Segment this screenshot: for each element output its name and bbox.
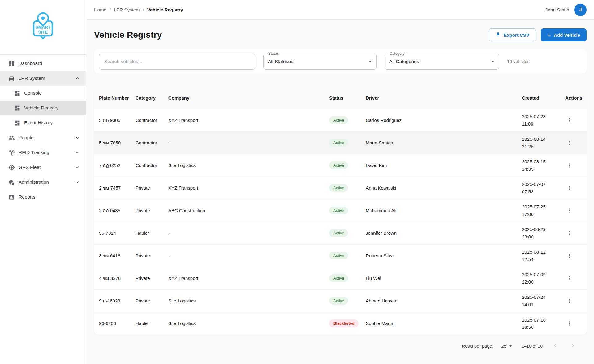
chevron-down-icon [491,61,494,62]
status-cell: Blacklisted [324,312,361,335]
previous-page-button[interactable] [551,341,560,351]
company-cell: XYZ Transport [163,267,324,289]
company-cell: Site Logistics [163,289,324,312]
vehicles-table: Plate Number Category Company Status Dri… [94,87,587,335]
status-cell: Active [324,154,361,177]
driver-cell: Liu Wei [361,267,517,289]
row-actions-button[interactable] [565,319,574,328]
status-badge: Active [329,161,348,169]
actions-cell [560,109,587,131]
sidebar-item-vehicle-registry[interactable]: Vehicle Registry [0,101,86,115]
sidebar-item-rfid-tracking[interactable]: RFID Tracking [0,145,86,160]
plate-cell: 96-6206 [94,312,131,335]
status-cell: Active [324,177,361,199]
chevron-down-icon [509,345,512,347]
export-csv-button[interactable]: Export CSV [489,28,536,41]
company-cell: - [163,244,324,267]
breadcrumb-separator: / [110,7,111,12]
row-actions-button[interactable] [565,229,574,238]
row-actions-button[interactable] [565,139,574,147]
brand-line-2: SITE [38,30,48,35]
sidebar-item-reports[interactable]: Reports [0,190,86,204]
search-input[interactable] [99,54,255,70]
sidebar-item-label: Vehicle Registry [24,105,58,111]
created-cell: 2025-08-14 21:25 [517,131,560,154]
user-name: John Smith [545,7,569,13]
avatar[interactable]: J [574,4,587,16]
row-actions-button[interactable] [565,184,574,192]
filter-bar: Status All Statuses Category All Categor… [94,49,587,74]
status-cell: Active [324,199,361,222]
table-row: 3 ขจ 6418 Private - Active Roberto Silva… [94,244,587,267]
breadcrumb-home[interactable]: Home [94,7,106,12]
chevron-down-icon [74,179,86,185]
chevron-right-icon [569,342,576,350]
status-badge: Active [329,274,348,282]
page-title: Vehicle Registry [94,30,162,40]
rows-per-page-select[interactable]: 25 [501,344,512,349]
sidebar-item-event-history[interactable]: Event History [0,115,86,130]
sidebar-item-console[interactable]: Console [0,86,86,101]
row-actions-button[interactable] [565,297,574,305]
table-row: 96-7324 Hauler - Active Jennifer Brown 2… [94,222,587,244]
antenna-icon [8,149,15,156]
actions-cell [560,267,587,289]
col-header-category: Category [131,87,163,109]
created-cell: 2025-07-18 18:50 [517,312,560,335]
sidebar-item-lpr-system[interactable]: LPR System [0,71,86,86]
plate-cell: 5 กภ 9305 [94,109,131,131]
row-actions-button[interactable] [565,206,574,215]
brand-line-1: SMART [35,25,51,30]
table-row: 2 กภ 0485 Private ABC Construction Activ… [94,199,587,222]
created-cell: 2025-08-12 12:54 [517,244,560,267]
actions-cell [560,244,587,267]
add-vehicle-button[interactable]: + Add Vehicle [541,28,587,41]
pagination: Rows per page: 25 1–10 of 10 [94,335,587,351]
created-cell: 2025-07-07 07:53 [517,177,560,199]
actions-cell [560,222,587,244]
sidebar-item-dashboard[interactable]: Dashboard [0,56,86,71]
row-actions-button[interactable] [565,116,574,125]
sidebar: SMART SITE Dashboard LPR System [0,0,86,364]
breadcrumb-separator: / [143,7,144,12]
sidebar-item-label: RFID Tracking [19,150,49,155]
created-cell: 2025-07-25 17:00 [517,199,560,222]
sidebar-item-label: LPR System [19,75,45,81]
app-root: SMART SITE Dashboard LPR System [0,0,594,364]
sidebar-item-gps-fleet[interactable]: GPS Fleet [0,160,86,175]
category-select[interactable]: Category All Categories [385,54,499,70]
status-cell: Active [324,267,361,289]
download-icon [495,32,501,38]
category-select-label: Category [388,51,406,56]
row-actions-button[interactable] [565,161,574,170]
page-actions: Export CSV + Add Vehicle [489,28,587,41]
rows-per-page-label: Rows per page: [462,344,493,349]
add-vehicle-label: Add Vehicle [554,32,580,38]
category-cell: Private [131,177,163,199]
breadcrumb-lpr-system[interactable]: LPR System [114,7,140,12]
table-header: Plate Number Category Company Status Dri… [94,87,587,109]
next-page-button[interactable] [568,341,577,351]
row-actions-button[interactable] [565,251,574,260]
status-badge: Active [329,229,348,237]
row-actions-button[interactable] [565,274,574,283]
driver-cell: David Kim [361,154,517,177]
category-cell: Hauler [131,222,163,244]
status-cell: Active [324,244,361,267]
status-badge: Active [329,252,348,259]
company-cell: XYZ Transport [163,109,324,131]
smart-site-logo-image: SMART SITE [31,12,55,43]
status-badge: Active [329,297,348,305]
table-row: 4 ขม 3376 Private XYZ Transport Active L… [94,267,587,289]
created-cell: 2025-06-29 23:00 [517,222,560,244]
status-select[interactable]: Status All Statuses [263,54,377,70]
category-cell: Contractor [131,109,163,131]
actions-cell [560,131,587,154]
sidebar-item-people[interactable]: People [0,130,86,145]
status-cell: Active [324,222,361,244]
category-cell: Private [131,244,163,267]
topbar: Home / LPR System / Vehicle Registry Joh… [86,0,594,20]
driver-cell: Mohammed Ali [361,199,517,222]
sidebar-item-administration[interactable]: Administration [0,175,86,190]
col-header-created: Created [517,87,560,109]
